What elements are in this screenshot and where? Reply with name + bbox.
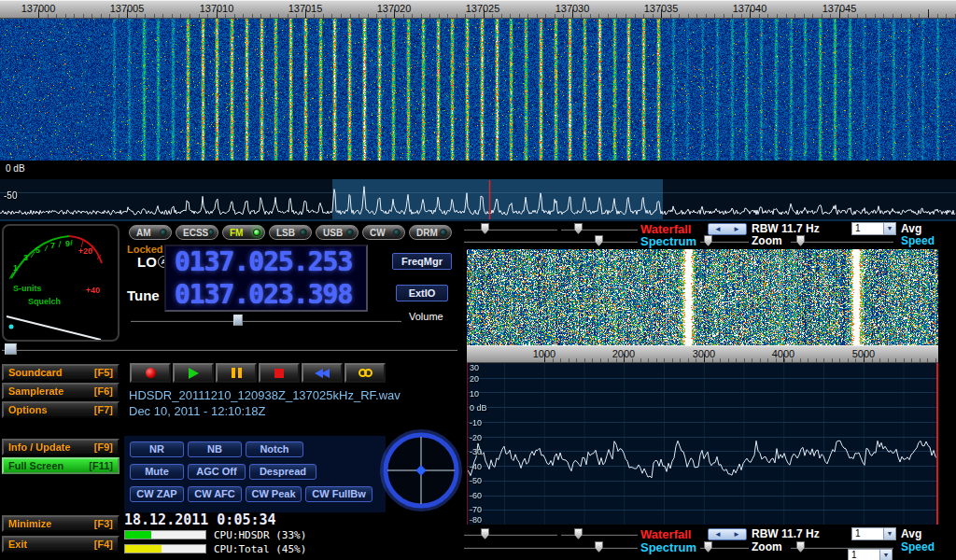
playback-controls: [130, 363, 386, 383]
rewind-button[interactable]: [302, 363, 343, 383]
speed-slider[interactable]: [791, 235, 893, 247]
left-arrow-icon[interactable]: ◄: [714, 530, 722, 539]
slider-thumb[interactable]: [481, 223, 489, 234]
squelch-slider-thumb[interactable]: [5, 343, 17, 355]
nb-button[interactable]: NB: [188, 441, 242, 457]
mode-button-fm[interactable]: FM: [222, 225, 265, 240]
loop-button[interactable]: [344, 363, 386, 383]
mode-label: DRM: [416, 228, 438, 238]
zoom-slider[interactable]: [700, 235, 749, 247]
mode-label: FM: [230, 228, 243, 238]
play-icon: [189, 368, 199, 379]
fullscreen-button[interactable]: Full Screen [F11]: [2, 457, 120, 474]
mode-button-am[interactable]: AM: [129, 225, 172, 240]
dropdown-arrow-icon[interactable]: ▼: [883, 528, 895, 539]
slider-track: [464, 533, 557, 536]
speed-label-2: Speed: [901, 540, 935, 553]
speed-select-value: 1: [849, 550, 879, 560]
cw-zap-button[interactable]: CW ZAP: [130, 486, 184, 502]
spectrum-amplitude-slider[interactable]: [464, 235, 638, 247]
frequency-scale[interactable]: 137000 137005 137010 137015 137020 13702…: [0, 0, 956, 19]
volume-slider[interactable]: [131, 315, 401, 327]
avg-select-value: 1: [852, 223, 883, 234]
lo-frequency-digits[interactable]: 0137.025.253: [175, 247, 352, 277]
minimize-button[interactable]: Minimize [F3]: [2, 515, 120, 532]
right-controls-top: Waterfall ◄ ► RBW 11.7 Hz 1 ▼ Avg Spectr…: [464, 222, 956, 248]
pause-button[interactable]: [216, 363, 257, 383]
volume-slider-track: [131, 319, 401, 322]
avg-select-2[interactable]: 1 ▼: [851, 527, 896, 540]
samplerate-button[interactable]: Samplerate [F6]: [2, 383, 120, 399]
audio-spectrum[interactable]: 30 20 10 0 dB -10 -20 -30 -40 -50 -60 -7…: [467, 363, 938, 525]
waterfall-brightness-slider[interactable]: [464, 223, 557, 235]
db-label: -50: [470, 476, 482, 485]
record-button[interactable]: [130, 363, 171, 383]
cw-fullbw-button[interactable]: CW FullBw: [305, 486, 373, 502]
waterfall-contrast-slider-2[interactable]: [561, 528, 638, 540]
audio-spectrum-canvas[interactable]: [467, 363, 938, 525]
slider-thumb[interactable]: [574, 528, 583, 539]
play-button[interactable]: [173, 363, 214, 383]
slider-thumb[interactable]: [704, 235, 712, 246]
extio-button[interactable]: ExtIO: [396, 285, 448, 301]
slider-thumb[interactable]: [595, 235, 603, 246]
waterfall-contrast-slider[interactable]: [561, 223, 638, 235]
info-update-button[interactable]: Info / Update [F9]: [2, 439, 120, 455]
cw-afc-button[interactable]: CW AFC: [188, 486, 242, 502]
exit-key: [F4]: [94, 539, 113, 550]
freq-tick-label: 137045: [816, 3, 863, 14]
rbw-label: RBW 11.7 Hz: [752, 222, 820, 235]
audio-frequency-scale[interactable]: 1000 2000 3000 4000 5000: [467, 345, 938, 363]
volume-slider-thumb[interactable]: [233, 315, 243, 326]
mute-button[interactable]: Mute: [130, 464, 184, 480]
mode-button-drm[interactable]: DRM: [409, 225, 452, 240]
main-waterfall[interactable]: [0, 0, 956, 161]
cw-peak-button[interactable]: CW Peak: [246, 486, 302, 502]
notch-button[interactable]: Notch: [246, 441, 303, 457]
nr-button[interactable]: NR: [130, 441, 184, 457]
mode-button-usb[interactable]: USB: [316, 225, 358, 240]
slider-thumb[interactable]: [796, 541, 805, 553]
mode-label: AM: [136, 228, 151, 238]
slider-track: [561, 228, 638, 231]
squelch-label: Squelch: [28, 297, 61, 306]
slider-thumb[interactable]: [796, 235, 805, 246]
db-label: -80: [470, 515, 482, 525]
lo-label: LO: [137, 254, 157, 270]
slider-thumb[interactable]: [574, 223, 583, 234]
main-spectrum-canvas[interactable]: [0, 179, 956, 219]
left-arrow-icon[interactable]: ◄: [714, 225, 722, 233]
slider-thumb[interactable]: [481, 528, 489, 539]
exit-button[interactable]: Exit [F4]: [2, 536, 120, 553]
stop-button[interactable]: [259, 363, 300, 383]
speed-select[interactable]: 1 ▼: [848, 549, 893, 560]
despread-button[interactable]: Despread: [249, 464, 316, 480]
waterfall-pager-2[interactable]: ◄ ►: [708, 528, 747, 540]
right-arrow-icon[interactable]: ►: [733, 530, 740, 539]
zoom-label-2: Zoom: [752, 540, 782, 553]
zoom-slider-2[interactable]: [700, 541, 749, 553]
phase-indicator[interactable]: Phase 0: [379, 428, 463, 512]
right-arrow-icon[interactable]: ►: [733, 225, 740, 233]
avg-select[interactable]: 1 ▼: [851, 222, 896, 235]
tune-frequency-digits[interactable]: 0137.023.398: [175, 280, 352, 310]
slider-thumb[interactable]: [704, 541, 712, 553]
waterfall-pager[interactable]: ◄ ►: [708, 223, 747, 235]
mode-button-ecss[interactable]: ECSS: [176, 225, 218, 240]
mode-button-lsb[interactable]: LSB: [269, 225, 312, 240]
frequency-display[interactable]: 0137.025.253 0137.023.398: [164, 245, 368, 312]
waterfall-brightness-slider-2[interactable]: [464, 528, 557, 540]
spectrum-amplitude-slider-2[interactable]: [464, 541, 638, 553]
agc-button[interactable]: AGC Off: [188, 464, 246, 480]
squelch-slider[interactable]: [2, 343, 457, 356]
freqmgr-button[interactable]: FreqMgr: [392, 253, 452, 270]
main-spectrum[interactable]: [0, 179, 956, 219]
mode-led-icon: [393, 229, 401, 236]
dropdown-arrow-icon[interactable]: ▼: [883, 223, 895, 234]
soundcard-button[interactable]: Soundcard [F5]: [2, 364, 120, 381]
audio-waterfall[interactable]: [467, 249, 938, 345]
slider-thumb[interactable]: [595, 541, 603, 553]
dropdown-arrow-icon[interactable]: ▼: [879, 550, 892, 560]
options-button[interactable]: Options [F7]: [2, 401, 120, 418]
mode-button-cw[interactable]: CW: [362, 225, 405, 240]
